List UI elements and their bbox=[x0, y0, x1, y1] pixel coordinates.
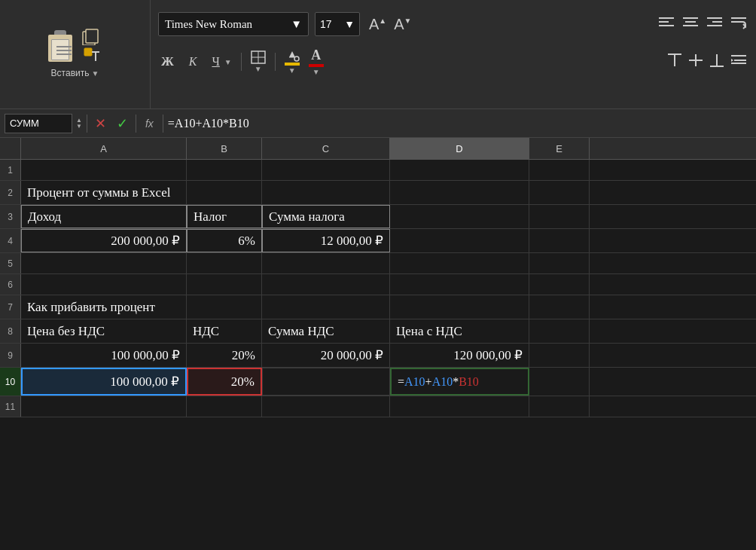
cell-a8[interactable]: Цена без НДС bbox=[21, 319, 187, 343]
cell-b6[interactable] bbox=[187, 274, 262, 295]
cell-d9[interactable]: 120 000,00 ₽ bbox=[390, 344, 529, 367]
align-top-button[interactable] bbox=[666, 52, 684, 72]
col-header-e[interactable]: E bbox=[529, 138, 590, 159]
cell-e9[interactable] bbox=[529, 344, 590, 367]
cell-c2[interactable] bbox=[262, 181, 390, 204]
cell-b9[interactable]: 20% bbox=[187, 344, 262, 367]
col-header-b[interactable]: B bbox=[187, 138, 262, 159]
cell-d7[interactable] bbox=[390, 295, 529, 319]
copy-icon[interactable] bbox=[80, 29, 104, 45]
cell-b7[interactable] bbox=[187, 295, 262, 319]
cell-d6[interactable] bbox=[390, 274, 529, 295]
cell-a4[interactable]: 200 000,00 ₽ bbox=[21, 229, 187, 252]
border-button[interactable]: ▼ bbox=[251, 50, 266, 73]
fill-color-button[interactable]: ▼ bbox=[285, 50, 300, 75]
indent-increase-button[interactable] bbox=[729, 52, 748, 72]
font-name-selector[interactable]: Times New Roman ▼ bbox=[158, 12, 309, 36]
cell-a11[interactable] bbox=[21, 396, 187, 417]
cell-b3[interactable]: Налог bbox=[187, 205, 262, 228]
col-header-d[interactable]: D bbox=[390, 138, 529, 159]
border-chevron[interactable]: ▼ bbox=[255, 65, 262, 73]
paste-button[interactable]: Вставить ▼ bbox=[48, 66, 102, 80]
cell-b1[interactable] bbox=[187, 160, 262, 180]
row-number[interactable]: 4 bbox=[0, 229, 21, 252]
row-number[interactable]: 7 bbox=[0, 295, 21, 319]
cell-e6[interactable] bbox=[529, 274, 590, 295]
col-header-a[interactable]: A bbox=[21, 138, 187, 159]
col-header-c[interactable]: C bbox=[262, 138, 390, 159]
align-middle-button[interactable] bbox=[687, 52, 705, 72]
cell-c4[interactable]: 12 000,00 ₽ bbox=[262, 229, 390, 252]
cell-c9[interactable]: 20 000,00 ₽ bbox=[262, 344, 390, 367]
cell-d11[interactable] bbox=[390, 396, 529, 417]
font-color-chevron[interactable]: ▼ bbox=[312, 68, 320, 76]
name-box[interactable]: СУММ bbox=[5, 114, 72, 133]
cell-c3[interactable]: Сумма налога bbox=[262, 205, 390, 228]
cell-c8[interactable]: Сумма НДС bbox=[262, 319, 390, 343]
cell-a6[interactable] bbox=[21, 274, 187, 295]
cell-d3[interactable] bbox=[390, 205, 529, 228]
font-size-selector[interactable]: 17 ▼ bbox=[315, 12, 360, 36]
cell-c5[interactable] bbox=[262, 253, 390, 273]
align-center-button[interactable] bbox=[681, 14, 700, 35]
align-right-button[interactable] bbox=[705, 14, 724, 35]
cell-b5[interactable] bbox=[187, 253, 262, 273]
cell-e5[interactable] bbox=[529, 253, 590, 273]
cell-d1[interactable] bbox=[390, 160, 529, 180]
row-number-10[interactable]: 10 bbox=[0, 368, 21, 396]
format-painter-icon[interactable] bbox=[80, 47, 104, 63]
cell-a3[interactable]: Доход bbox=[21, 205, 187, 228]
align-left-button[interactable] bbox=[657, 14, 676, 35]
cell-d4[interactable] bbox=[390, 229, 529, 252]
formula-confirm-button[interactable]: ✓ bbox=[114, 115, 131, 132]
cell-d5[interactable] bbox=[390, 253, 529, 273]
cell-a2[interactable]: Процент от суммы в Excel bbox=[21, 181, 187, 204]
underline-button[interactable]: Ч bbox=[209, 53, 222, 70]
cell-a1[interactable] bbox=[21, 160, 187, 180]
cell-c6[interactable] bbox=[262, 274, 390, 295]
increase-font-button[interactable]: A▲ bbox=[366, 14, 389, 35]
font-color-button[interactable]: A ▼ bbox=[309, 47, 324, 76]
cell-c10[interactable] bbox=[262, 368, 390, 396]
wrap-text-button[interactable] bbox=[729, 14, 748, 35]
cell-e3[interactable] bbox=[529, 205, 590, 228]
cell-b8[interactable]: НДС bbox=[187, 319, 262, 343]
cell-e2[interactable] bbox=[529, 181, 590, 204]
cell-b11[interactable] bbox=[187, 396, 262, 417]
decrease-font-button[interactable]: A▼ bbox=[391, 14, 414, 35]
bold-button[interactable]: Ж bbox=[158, 53, 177, 71]
cell-b10[interactable]: 20% bbox=[187, 368, 262, 396]
row-number[interactable]: 1 bbox=[0, 160, 21, 180]
row-number[interactable]: 3 bbox=[0, 205, 21, 228]
cell-a7[interactable]: Как прибавить процент bbox=[21, 295, 187, 319]
cell-b2[interactable] bbox=[187, 181, 262, 204]
row-number[interactable]: 11 bbox=[0, 396, 21, 417]
cell-c11[interactable] bbox=[262, 396, 390, 417]
cell-e1[interactable] bbox=[529, 160, 590, 180]
cell-e4[interactable] bbox=[529, 229, 590, 252]
cell-b4[interactable]: 6% bbox=[187, 229, 262, 252]
name-box-down-arrow[interactable]: ▼ bbox=[76, 124, 82, 130]
row-number[interactable]: 5 bbox=[0, 253, 21, 273]
cell-a10[interactable]: 100 000,00 ₽ bbox=[21, 368, 187, 396]
cell-e11[interactable] bbox=[529, 396, 590, 417]
formula-input[interactable] bbox=[168, 117, 751, 130]
formula-cancel-button[interactable]: ✕ bbox=[92, 115, 109, 132]
cell-d10[interactable]: =А10+А10*В10 bbox=[390, 368, 529, 396]
fill-chevron[interactable]: ▼ bbox=[288, 66, 296, 75]
cell-c1[interactable] bbox=[262, 160, 390, 180]
cell-a5[interactable] bbox=[21, 253, 187, 273]
cell-e7[interactable] bbox=[529, 295, 590, 319]
cell-d2[interactable] bbox=[390, 181, 529, 204]
row-number[interactable]: 9 bbox=[0, 344, 21, 367]
underline-chevron[interactable]: ▼ bbox=[224, 58, 232, 66]
cell-a9[interactable]: 100 000,00 ₽ bbox=[21, 344, 187, 367]
align-bottom-button[interactable] bbox=[708, 52, 726, 72]
cell-c7[interactable] bbox=[262, 295, 390, 319]
row-number[interactable]: 2 bbox=[0, 181, 21, 204]
italic-button[interactable]: К bbox=[186, 53, 200, 70]
row-number[interactable]: 8 bbox=[0, 319, 21, 343]
cell-e8[interactable] bbox=[529, 319, 590, 343]
cell-e10[interactable] bbox=[529, 368, 590, 396]
row-number[interactable]: 6 bbox=[0, 274, 21, 295]
